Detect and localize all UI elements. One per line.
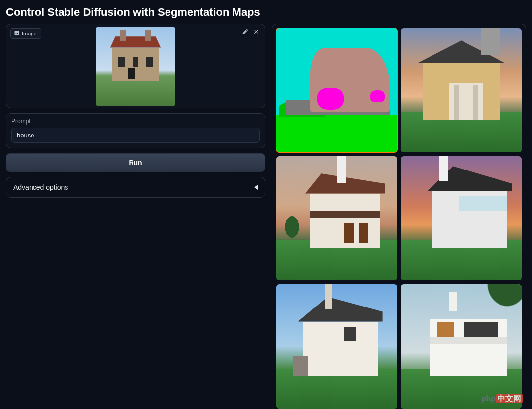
close-icon[interactable]: [253, 28, 260, 35]
gallery-item[interactable]: [401, 28, 522, 152]
run-button[interactable]: Run: [6, 153, 265, 172]
gallery-item[interactable]: [276, 284, 397, 409]
collapse-icon: [254, 185, 258, 190]
input-image-panel[interactable]: Image: [6, 24, 265, 108]
prompt-label: Prompt: [11, 118, 260, 125]
gallery-item[interactable]: [276, 28, 397, 152]
watermark: php中文网: [481, 394, 523, 404]
image-badge: Image: [10, 28, 41, 39]
edit-icon[interactable]: [242, 28, 249, 35]
prompt-panel: Prompt: [6, 113, 265, 148]
output-gallery: [272, 24, 526, 409]
main-layout: Image: [6, 24, 526, 409]
gallery-item[interactable]: [276, 156, 397, 280]
page-title: Control Stable Diffusion with Segmentati…: [6, 6, 526, 19]
prompt-input[interactable]: [11, 128, 260, 143]
image-icon: [14, 30, 20, 37]
image-badge-label: Image: [22, 31, 37, 36]
gallery-item[interactable]: [401, 156, 522, 280]
input-image-preview: [96, 27, 175, 106]
advanced-options-toggle[interactable]: Advanced options: [6, 177, 265, 198]
advanced-options-label: Advanced options: [13, 183, 68, 191]
gallery-item[interactable]: [401, 284, 522, 409]
left-column: Image: [6, 24, 265, 409]
